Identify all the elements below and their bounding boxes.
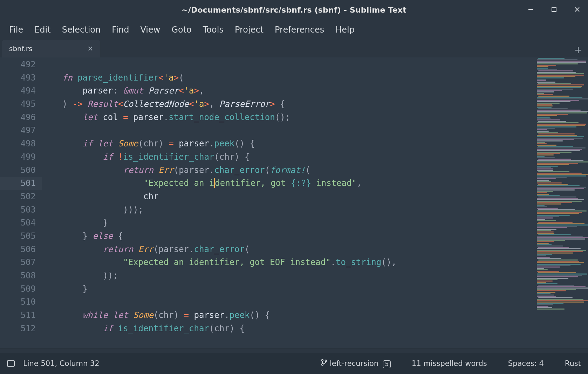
status-branch[interactable]: left-recursion 5	[321, 359, 390, 368]
token-kw: return	[103, 244, 133, 254]
panel-switcher-icon[interactable]	[7, 360, 15, 367]
code-line[interactable]: ) -> Result<CollectedNode<'a>, ParseErro…	[42, 98, 535, 111]
line-number[interactable]: 511	[0, 309, 42, 322]
menu-view[interactable]: View	[135, 22, 166, 37]
token-punc: }	[83, 284, 88, 294]
code-line[interactable]: if let Some(chr) = parser.peek() {	[42, 137, 535, 151]
minimap-line	[537, 94, 553, 95]
line-number[interactable]: 495	[0, 98, 42, 111]
code-line[interactable]: "Expected an identifier, got {:?} instea…	[42, 177, 535, 190]
line-number[interactable]: 508	[0, 269, 42, 283]
minimap-line	[537, 216, 559, 217]
menu-goto[interactable]: Goto	[166, 22, 197, 37]
new-tab-button[interactable]: +	[574, 44, 582, 56]
line-number[interactable]: 492	[0, 58, 42, 71]
token-id	[153, 165, 158, 175]
line-number[interactable]: 506	[0, 243, 42, 256]
line-number[interactable]: 493	[0, 71, 42, 85]
minimap-line	[537, 69, 557, 70]
line-number[interactable]: 499	[0, 151, 42, 164]
editor[interactable]: 4924934944954964974984995005015025035045…	[0, 57, 588, 348]
code-line[interactable]	[42, 296, 535, 309]
menu-file[interactable]: File	[4, 22, 29, 37]
token-punc: (chr) {	[209, 324, 245, 333]
code-line[interactable]: )));	[42, 203, 535, 217]
status-indent[interactable]: Spaces: 4	[508, 359, 544, 368]
code-line[interactable]: fn parse_identifier<'a>(	[42, 71, 535, 85]
minimap-line	[537, 122, 579, 123]
minimap-line	[537, 140, 563, 141]
minimap-line	[537, 254, 552, 255]
code-line[interactable]: }	[42, 216, 535, 230]
minimize-button[interactable]	[526, 5, 535, 14]
code-line[interactable]: let col = parser.start_node_collection()…	[42, 111, 535, 124]
status-syntax[interactable]: Rust	[565, 359, 581, 368]
menu-help[interactable]: Help	[330, 22, 360, 37]
token-punc: {	[113, 231, 123, 241]
line-number[interactable]: 503	[0, 203, 42, 217]
minimap-line	[537, 149, 582, 150]
token-id	[42, 112, 83, 122]
line-number[interactable]: 512	[0, 322, 42, 335]
code-line[interactable]: if is_identifier_char(chr) {	[42, 322, 535, 335]
code-line[interactable]: } else {	[42, 230, 535, 243]
minimap-line	[537, 75, 584, 76]
line-number[interactable]: 497	[0, 124, 42, 137]
token-id	[93, 139, 98, 148]
code-area[interactable]: fn parse_identifier<'a>( parser: &mut Pa…	[42, 57, 535, 348]
line-number[interactable]: 501	[0, 177, 42, 190]
tab-sbnf[interactable]: sbnf.rs ✕	[2, 40, 100, 57]
close-icon[interactable]: ✕	[87, 44, 93, 53]
code-line[interactable]: parser: &mut Parser<'a>,	[42, 84, 535, 98]
minimap[interactable]	[535, 57, 588, 348]
line-number[interactable]: 496	[0, 111, 42, 124]
minimap-line	[537, 304, 553, 305]
minimap-line	[538, 133, 575, 134]
status-spellcheck[interactable]: 11 misspelled words	[412, 359, 487, 368]
minimap-line	[537, 107, 552, 108]
menu-find[interactable]: Find	[106, 22, 135, 37]
close-button[interactable]	[573, 5, 582, 14]
horizontal-scrollbar[interactable]	[0, 348, 588, 353]
minimap-line	[537, 73, 584, 74]
menu-bar: FileEditSelectionFindViewGotoToolsProjec…	[0, 20, 588, 40]
minimap-line	[537, 201, 582, 202]
code-line[interactable]: return Err(parser.char_error(format!(	[42, 164, 535, 177]
code-line[interactable]	[42, 58, 535, 71]
code-line[interactable]: "Expected an identifier, got EOF instead…	[42, 256, 535, 269]
token-method: char_error	[194, 244, 245, 254]
minimap-line	[537, 276, 578, 277]
maximize-button[interactable]	[549, 5, 559, 14]
gutter[interactable]: 4924934944954964974984995005015025035045…	[0, 57, 42, 348]
line-number[interactable]: 500	[0, 164, 42, 177]
code-line[interactable]: chr	[42, 190, 535, 203]
line-number[interactable]: 504	[0, 216, 42, 230]
line-number[interactable]: 494	[0, 84, 42, 98]
menu-tools[interactable]: Tools	[197, 22, 229, 37]
line-number[interactable]: 502	[0, 190, 42, 203]
code-line[interactable]: while let Some(chr) = parser.peek() {	[42, 309, 535, 322]
line-number[interactable]: 505	[0, 230, 42, 243]
code-line[interactable]: ));	[42, 269, 535, 283]
minimap-line	[537, 139, 574, 140]
minimap-line	[537, 119, 560, 120]
menu-selection[interactable]: Selection	[56, 22, 107, 37]
line-number[interactable]: 498	[0, 137, 42, 151]
code-line[interactable]: }	[42, 283, 535, 296]
minimap-line	[537, 82, 555, 83]
code-line[interactable]: if !is_identifier_char(chr) {	[42, 151, 535, 164]
token-lt: 'a	[164, 73, 174, 83]
line-number[interactable]: 507	[0, 256, 42, 269]
code-line[interactable]: return Err(parser.char_error(	[42, 243, 535, 256]
menu-edit[interactable]: Edit	[29, 22, 56, 37]
minimap-line	[537, 86, 582, 87]
token-punc: {	[280, 99, 285, 109]
status-line-col[interactable]: Line 501, Column 32	[23, 359, 100, 368]
line-number[interactable]: 510	[0, 296, 42, 309]
token-id	[118, 86, 123, 96]
menu-preferences[interactable]: Preferences	[269, 22, 330, 37]
menu-project[interactable]: Project	[229, 22, 269, 37]
minimap-line	[537, 261, 579, 262]
code-line[interactable]	[42, 124, 535, 137]
line-number[interactable]: 509	[0, 283, 42, 296]
